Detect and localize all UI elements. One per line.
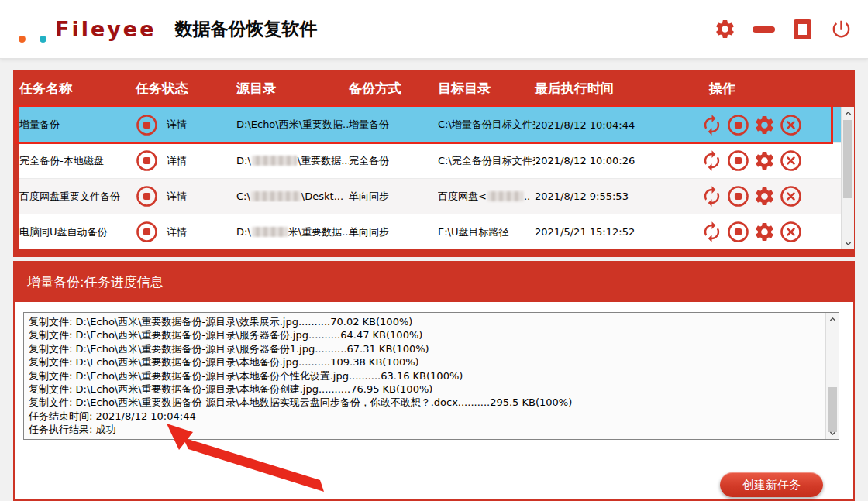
task-name: 百度网盘重要文件备份	[19, 190, 136, 204]
column-header: 目标目录	[438, 80, 535, 98]
table-scrollbar[interactable]	[841, 107, 854, 249]
stop-icon[interactable]	[727, 221, 749, 243]
target-directory: 百度网盘<..	[438, 190, 535, 204]
scroll-up-icon[interactable]	[842, 107, 854, 119]
log-line: 任务执行结果: 成功	[29, 423, 823, 436]
blurred-text	[251, 191, 301, 201]
column-header: 最后执行时间	[535, 80, 698, 98]
backup-method: 完全备份	[349, 154, 438, 168]
stop-icon	[136, 114, 158, 136]
task-detail-link[interactable]: 详情	[167, 154, 236, 168]
settings-icon[interactable]	[753, 149, 776, 172]
target-directory: C:\完全备份目标文件夹	[438, 154, 535, 168]
backup-method: 单向同步	[349, 190, 438, 204]
log-line: 复制文件: D:\Echo\西米\重要数据备份-源目录\本地备份个性化设置.jp…	[29, 369, 823, 383]
row-actions	[698, 221, 841, 243]
column-header: 任务状态	[136, 80, 236, 98]
task-table-panel: 任务名称任务状态源目录备份方式目标目录最后执行时间操作 增量备份 详情 D:\E…	[13, 70, 855, 257]
stop-icon[interactable]	[727, 149, 749, 172]
column-header: 备份方式	[349, 80, 438, 98]
maximize-icon[interactable]	[791, 18, 814, 40]
blurred-text	[487, 191, 523, 201]
scroll-up-icon[interactable]	[826, 313, 839, 325]
log-line: 任务结束时间: 2021/8/12 10:04:44	[29, 410, 823, 423]
task-detail-link[interactable]: 详情	[167, 225, 236, 239]
delete-icon[interactable]	[780, 221, 802, 243]
titlebar-actions	[714, 18, 852, 40]
backup-method: 增量备份	[349, 118, 438, 132]
log-line: 复制文件: D:\Echo\西米\重要数据备份-源目录\服务器备份.jpg...…	[29, 328, 823, 341]
task-name: 增量备份	[19, 118, 136, 132]
source-directory: D:\\重要数据...	[236, 154, 349, 168]
progress-panel: 增量备份:任务进度信息 复制文件: D:\Echo\西米\重要数据备份-源目录\…	[13, 261, 855, 501]
sync-icon[interactable]	[701, 185, 723, 208]
last-run-time: 2021/8/12 9:55:53	[535, 190, 698, 202]
target-directory: E:\U盘目标路径	[438, 225, 535, 239]
delete-icon[interactable]	[780, 114, 802, 136]
settings-icon[interactable]	[753, 114, 776, 136]
row-actions	[698, 185, 841, 208]
task-detail-link[interactable]: 详情	[167, 190, 236, 204]
fileyee-logo-icon	[17, 14, 48, 45]
task-log-box[interactable]: 复制文件: D:\Echo\西米\重要数据备份-源目录\效果展示.jpg....…	[23, 312, 839, 440]
power-icon[interactable]	[830, 18, 852, 40]
stop-icon	[136, 185, 158, 208]
last-run-time: 2021/5/21 15:12:52	[535, 226, 698, 238]
column-header: 任务名称	[13, 80, 136, 98]
brand-name: Fileyee	[55, 17, 157, 41]
app-title: 数据备份恢复软件	[175, 17, 318, 41]
sync-icon[interactable]	[701, 114, 723, 136]
backup-method: 单向同步	[349, 225, 438, 239]
log-line: 复制文件: D:\Echo\西米\重要数据备份-源目录\服务器备份1.jpg..…	[29, 342, 823, 355]
row-actions	[698, 149, 841, 172]
source-directory: D:\米\重要数据...	[236, 225, 349, 239]
log-line: 复制文件: D:\Echo\西米\重要数据备份-源目录\本地数据实现云盘同步备份…	[29, 396, 823, 409]
sync-icon[interactable]	[701, 221, 723, 243]
scrollbar-thumb[interactable]	[828, 387, 837, 432]
stop-icon	[136, 149, 158, 172]
last-run-time: 2021/8/12 10:04:44	[535, 119, 698, 131]
source-directory: D:\Echo\西米\重要数据...	[236, 118, 349, 132]
source-directory: C:\\Deskt...	[236, 190, 349, 202]
table-row[interactable]: 完全备份-本地磁盘 详情 D:\\重要数据... 完全备份 C:\完全备份目标文…	[19, 142, 841, 178]
stop-icon[interactable]	[727, 185, 749, 208]
column-header: 操作	[698, 80, 855, 98]
progress-panel-title: 增量备份:任务进度信息	[15, 263, 853, 302]
stop-icon[interactable]	[727, 114, 749, 136]
delete-icon[interactable]	[780, 149, 802, 172]
log-line: 复制文件: D:\Echo\西米\重要数据备份-源目录\本地备份创建.jpg..…	[29, 383, 823, 396]
log-scrollbar[interactable]	[825, 313, 839, 439]
settings-icon[interactable]	[753, 221, 776, 243]
scroll-down-icon[interactable]	[826, 427, 839, 439]
minimize-icon[interactable]	[753, 18, 775, 40]
target-directory: C:\增量备份目标文件夹	[438, 118, 535, 132]
log-line: 复制文件: D:\Echo\西米\重要数据备份-源目录\本地备份.jpg....…	[29, 355, 823, 369]
blurred-text	[252, 156, 297, 166]
sync-icon[interactable]	[701, 149, 723, 172]
column-header: 源目录	[236, 80, 349, 98]
log-line: 复制文件: D:\Echo\西米\重要数据备份-源目录\效果展示.jpg....…	[29, 315, 823, 328]
row-actions	[698, 114, 841, 136]
blurred-text	[252, 227, 288, 237]
scroll-down-icon[interactable]	[842, 237, 854, 249]
scrollbar-thumb[interactable]	[843, 120, 852, 198]
table-row[interactable]: 电脑同U盘自动备份 详情 D:\米\重要数据... 单向同步 E:\U盘目标路径…	[19, 214, 841, 249]
settings-icon[interactable]	[753, 185, 776, 208]
table-row[interactable]: 百度网盘重要文件备份 详情 C:\\Deskt... 单向同步 百度网盘<.. …	[19, 178, 841, 214]
task-name: 完全备份-本地磁盘	[19, 154, 136, 168]
task-name: 电脑同U盘自动备份	[19, 225, 136, 239]
titlebar: Fileyee 数据备份恢复软件	[0, 0, 868, 59]
create-new-task-button[interactable]: 创建新任务	[720, 472, 823, 497]
table-header-row: 任务名称任务状态源目录备份方式目标目录最后执行时间操作	[13, 70, 855, 107]
delete-icon[interactable]	[780, 185, 802, 208]
table-row[interactable]: 增量备份 详情 D:\Echo\西米\重要数据... 增量备份 C:\增量备份目…	[19, 107, 841, 142]
gear-icon[interactable]	[714, 18, 736, 40]
table-body: 增量备份 详情 D:\Echo\西米\重要数据... 增量备份 C:\增量备份目…	[19, 107, 841, 249]
task-detail-link[interactable]: 详情	[167, 118, 236, 132]
stop-icon	[136, 221, 158, 243]
last-run-time: 2021/8/12 10:00:26	[535, 155, 698, 166]
